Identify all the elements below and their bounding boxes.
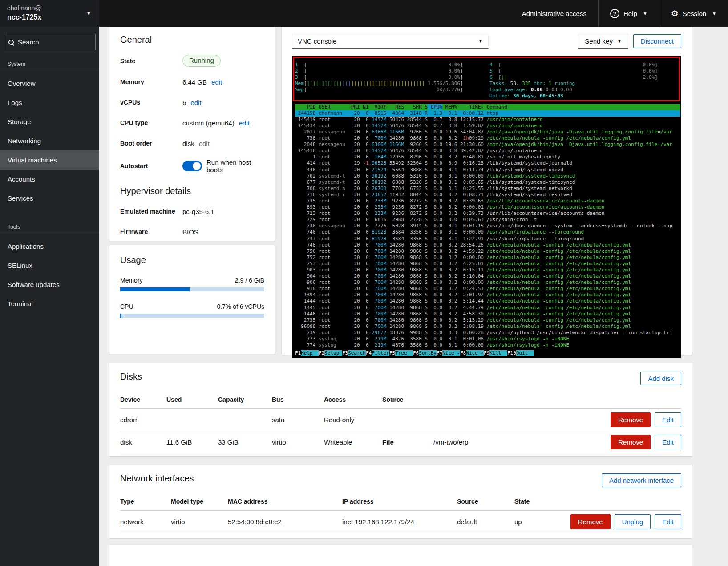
fkey-f3: F3 [342, 350, 348, 356]
edit-disk-button[interactable]: Edit [655, 435, 681, 449]
autostart-label: Autostart [120, 162, 182, 170]
htop-row: 702 systemd-t 20 0 90192 6088 5320 S 0.0… [295, 173, 681, 179]
htop-row: 903 root 20 0 700M 14280 9868 S 0.0 0.2 … [295, 267, 681, 273]
disconnect-button[interactable]: Disconnect [633, 34, 681, 48]
row-value: custom (qemu64) [182, 119, 235, 127]
disks-title: Disks [120, 372, 142, 382]
app-root: ehofmann@ ncc-1725x ▼ Administrative acc… [0, 0, 728, 566]
console-card: VNC console ▼ Send key ▼ Disconnect 1 [ [282, 27, 692, 355]
disks-col-bus: Bus [272, 396, 324, 403]
sidebar-item-storage[interactable]: Storage [0, 112, 99, 131]
htop-row: 730 messagebu 20 0 7776 5028 3944 S 0.0 … [295, 223, 681, 229]
masthead-hostname: ncc-1725x [7, 12, 93, 22]
row-label: CPU type [120, 119, 182, 126]
chevron-down-icon: ▼ [86, 11, 91, 16]
network-title: Network interfaces [120, 473, 194, 484]
htop-row: 2017 messagebu 20 0 6366M 1166M 9260 S 0… [295, 129, 681, 135]
console-type-select[interactable]: VNC console ▼ [292, 34, 489, 49]
sidebar: SystemOverviewLogsStorageNetworkingVirtu… [0, 27, 99, 566]
htop-row: 145434 root 20 0 1457M 50476 28544 S 0.7… [295, 123, 681, 129]
sidebar-item-accounts[interactable]: Accounts [0, 170, 99, 189]
memory-usage-meter: Memory 2.9 / 6 GiB [120, 277, 264, 291]
admin-access-label[interactable]: Administrative access [510, 0, 598, 27]
disks-table-header: DeviceUsedCapacityBusAccessSource [120, 392, 681, 409]
htop-row: 774 syslog 20 0 219M 4876 3580 S 0.0 0.1… [295, 342, 681, 348]
network-col-state: State [514, 498, 566, 505]
source-type-label: File [382, 438, 433, 446]
unplug-interface-button[interactable]: Unplug [615, 514, 651, 529]
fkey-f7: F7 [437, 350, 442, 356]
edit-link-memory[interactable]: edit [211, 78, 222, 86]
sidebar-item-logs[interactable]: Logs [0, 93, 99, 112]
sidebar-search[interactable] [4, 34, 96, 50]
htop-row: 773 syslog 20 0 219M 4876 3580 S 0.0 0.1… [295, 336, 681, 342]
add-disk-button[interactable]: Add disk [640, 372, 681, 385]
state-label: State [120, 57, 182, 65]
fkey-f4: F4 [366, 350, 372, 356]
htop-row: 729 root 20 0 6816 2988 2728 S 0.0 0.0 0… [295, 217, 681, 223]
htop-row: 1394 root 20 0 700M 14280 9868 S 0.0 0.2… [295, 292, 681, 298]
send-key-dropdown[interactable]: Send key ▼ [578, 34, 628, 49]
hypervisor-row-firmware: FirmwareBIOS [120, 226, 264, 237]
htop-meter-line: Uptime: 30 days, 00:45:03 [295, 93, 681, 99]
sidebar-item-selinux[interactable]: SELinux [0, 256, 99, 275]
fkey-f6: F6 [413, 350, 419, 356]
htop-row: 2048 messagebu 20 0 6366M 1166M 9260 S 0… [295, 142, 681, 148]
edit-link-boot-order: edit [199, 140, 210, 147]
autostart-toggle[interactable] [182, 161, 202, 171]
remove-disk-button[interactable]: Remove [611, 435, 651, 449]
sidebar-item-software-updates[interactable]: Software updates [0, 275, 99, 294]
fkey-f10: F10 [507, 350, 516, 356]
general-title: General [120, 35, 264, 45]
network-interface-row: networkvirtio52:54:00:8d:e0:e2inet 192.1… [120, 511, 681, 533]
edit-interface-button[interactable]: Edit [655, 514, 681, 529]
edit-link-cpu-type[interactable]: edit [239, 119, 250, 127]
htop-meter-line: Swp[ 0K/3.27G] Load average: 0.06 0.03 0… [295, 87, 681, 93]
htop-row: 414 root 19 -1 96528 53492 52304 S 0.0 0… [295, 160, 681, 166]
sidebar-item-networking[interactable]: Networking [0, 131, 99, 150]
vnc-terminal[interactable]: 1 [ 0.0%] 4 [ 0.0%]2 [ 0.0%] 5 [ [292, 56, 681, 358]
disk-row-cdrom: cdromsataRead-onlyRemoveEdit [120, 409, 681, 431]
edit-link-vcpus[interactable]: edit [190, 99, 201, 106]
network-col-model-type: Model type [171, 498, 228, 505]
sidebar-item-overview[interactable]: Overview [0, 74, 99, 93]
hypervisor-row-emulated-machine: Emulated machinepc-q35-6.1 [120, 206, 264, 217]
state-row: State Running [120, 55, 264, 67]
row-value: 6.44 GB [182, 78, 207, 86]
session-menu[interactable]: ⚙ Session ▼ [659, 0, 728, 27]
network-interfaces-card: Network interfaces Add network interface… [109, 465, 692, 538]
network-col-type: Type [120, 498, 171, 505]
htop-function-bar: F1Help F2Setup F3SearchF4FilterF5Tree F6… [295, 350, 681, 356]
htop-table-header: PID USER PRI NI VIRT RES SHR S CPU% MEM%… [295, 104, 680, 110]
next-card-edge [109, 545, 692, 566]
masthead: ehofmann@ ncc-1725x ▼ Administrative acc… [0, 0, 728, 27]
htop-row: 739 root 20 0 29672 18076 9988 S 0.0 0.3… [295, 330, 681, 336]
remove-interface-button[interactable]: Remove [570, 514, 611, 529]
sidebar-item-terminal[interactable]: Terminal [0, 294, 99, 313]
nav-group-system: SystemOverviewLogsStorageNetworkingVirtu… [0, 55, 99, 208]
host-switcher[interactable]: ehofmann@ ncc-1725x ▼ [0, 0, 99, 27]
general-row-boot-order: Boot orderdiskedit [120, 138, 264, 149]
chevron-down-icon: ▼ [643, 11, 647, 16]
cpu-usage-value: 0.7% of 6 vCPUs [217, 303, 264, 310]
htop-row: 446 root 20 0 21524 5564 3888 S 0.0 0.1 … [295, 167, 681, 173]
edit-disk-button[interactable]: Edit [655, 412, 681, 427]
sidebar-item-virtual-machines[interactable]: Virtual machines [0, 150, 99, 170]
row-label: Memory [120, 78, 182, 85]
htop-row: 893 root 20 0 233M 9236 8272 S 0.0 0.2 0… [295, 204, 681, 210]
nav-group-label: Tools [0, 218, 99, 234]
sidebar-item-services[interactable]: Services [0, 189, 99, 208]
fkey-f9: F9 [484, 350, 489, 356]
network-col-mac-address: MAC address [228, 498, 342, 505]
session-label: Session [683, 10, 706, 17]
search-input[interactable] [18, 38, 85, 46]
chevron-down-icon: ▼ [617, 39, 622, 44]
add-network-interface-button[interactable]: Add network interface [602, 473, 681, 487]
source-path: /vm-two/erp [433, 438, 468, 446]
htop-meter-line: 2 [ 0.0%] 5 [ 0.0%] [295, 68, 681, 74]
htop-row: 710 systemd-r 20 0 23852 11932 8044 S 0.… [295, 192, 681, 198]
sidebar-item-applications[interactable]: Applications [0, 237, 99, 256]
autostart-row: Autostart Run when host boots [120, 158, 264, 174]
help-menu[interactable]: ? Help ▼ [598, 0, 659, 27]
remove-disk-button[interactable]: Remove [611, 412, 651, 427]
